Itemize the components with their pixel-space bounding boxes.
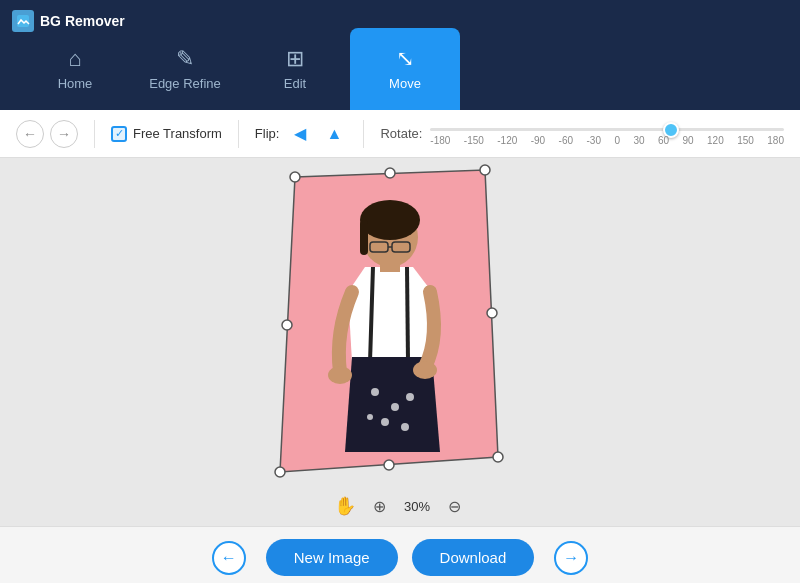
pan-tool-icon[interactable]: ✋ (334, 495, 356, 517)
redo-button[interactable]: → (50, 120, 78, 148)
tab-move[interactable]: ⤡ Move (350, 28, 460, 110)
tab-home-label: Home (58, 76, 93, 91)
app-logo-icon (12, 10, 34, 32)
handle-bottom-right[interactable] (493, 452, 503, 462)
app-title: BG Remover (40, 13, 125, 29)
handle-top-left[interactable] (290, 172, 300, 182)
flip-horizontal-button[interactable]: ◀ (287, 121, 313, 147)
canvas-area: ✋ ⊕ 30% ⊖ (0, 158, 800, 526)
svg-point-11 (381, 418, 389, 426)
edit-icon: ⊞ (286, 48, 304, 70)
tab-edge-refine-label: Edge Refine (149, 76, 221, 91)
svg-point-12 (401, 423, 409, 431)
tab-move-label: Move (389, 76, 421, 91)
transform-canvas (240, 162, 560, 522)
undo-button[interactable]: ← (16, 120, 44, 148)
toolbar: ← → ✓ Free Transform Flip: ◀ ▲ Rotate: -… (0, 110, 800, 158)
flip-label: Flip: (255, 126, 280, 141)
new-image-button[interactable]: New Image (266, 539, 398, 576)
svg-rect-4 (360, 220, 368, 255)
handle-top-right[interactable] (480, 165, 490, 175)
separator-1 (94, 120, 95, 148)
rotate-label: Rotate: (380, 126, 422, 141)
edge-refine-icon: ✎ (176, 48, 194, 70)
free-transform-toggle[interactable]: ✓ Free Transform (111, 126, 222, 142)
svg-point-10 (406, 393, 414, 401)
zoom-percent: 30% (404, 499, 430, 514)
footer-buttons: New Image Download (266, 539, 535, 576)
header: BG Remover ⌂ Home ✎ Edge Refine ⊞ Edit ⤡… (0, 0, 800, 110)
prev-button[interactable]: ← (212, 541, 246, 575)
download-button[interactable]: Download (412, 539, 535, 576)
flip-section: Flip: ◀ ▲ (255, 121, 348, 147)
svg-point-8 (371, 388, 379, 396)
svg-point-3 (360, 200, 420, 240)
flip-vertical-button[interactable]: ▲ (321, 121, 347, 147)
rotate-section: Rotate: -180 -150 -120 -90 -60 -30 0 30 … (380, 120, 784, 148)
free-transform-label: Free Transform (133, 126, 222, 141)
separator-3 (363, 120, 364, 148)
app-logo: BG Remover (12, 10, 125, 32)
svg-point-15 (328, 366, 352, 384)
move-icon: ⤡ (396, 48, 414, 70)
zoom-in-icon[interactable]: ⊕ (368, 494, 392, 518)
handle-right-mid[interactable] (487, 308, 497, 318)
tab-edit-label: Edit (284, 76, 306, 91)
free-transform-checkbox[interactable]: ✓ (111, 126, 127, 142)
handle-top-mid[interactable] (385, 168, 395, 178)
next-button[interactable]: → (554, 541, 588, 575)
svg-point-16 (413, 361, 437, 379)
home-icon: ⌂ (68, 48, 81, 70)
footer: ← New Image Download → (0, 526, 800, 583)
handle-bottom-left[interactable] (275, 467, 285, 477)
svg-point-9 (391, 403, 399, 411)
rotate-slider-container: -180 -150 -120 -90 -60 -30 0 30 60 90 12… (430, 120, 784, 148)
zoom-controls: ✋ ⊕ 30% ⊖ (334, 494, 466, 518)
zoom-out-icon[interactable]: ⊖ (442, 494, 466, 518)
svg-point-13 (367, 414, 373, 420)
handle-left-mid[interactable] (282, 320, 292, 330)
rotate-track (430, 128, 784, 131)
separator-2 (238, 120, 239, 148)
tab-edge-refine[interactable]: ✎ Edge Refine (130, 28, 240, 110)
undo-redo-group: ← → (16, 120, 78, 148)
tab-home[interactable]: ⌂ Home (20, 28, 130, 110)
handle-bottom-mid[interactable] (384, 460, 394, 470)
rotate-labels: -180 -150 -120 -90 -60 -30 0 30 60 90 12… (430, 135, 784, 146)
svg-rect-14 (380, 262, 400, 272)
tab-edit[interactable]: ⊞ Edit (240, 28, 350, 110)
